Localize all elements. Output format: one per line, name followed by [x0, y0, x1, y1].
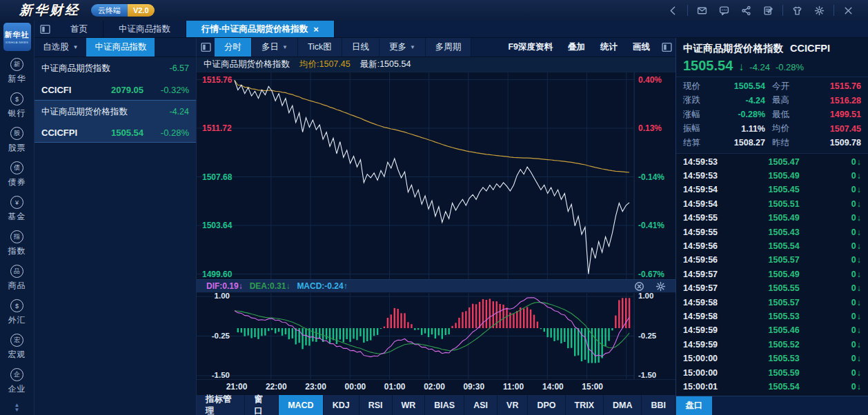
- sidebar-item-commodity[interactable]: 品商品: [8, 265, 26, 292]
- tool-link[interactable]: 画线: [625, 38, 658, 57]
- tool-link[interactable]: F9深度资料: [500, 38, 560, 57]
- sidebar-item-forex[interactable]: $外汇: [8, 299, 26, 326]
- quote-detail-row: 现价1505.54今开1515.76: [683, 79, 861, 94]
- nav-tab-item[interactable]: 首页: [55, 21, 103, 37]
- sidebar-item-funds[interactable]: ¥基金: [8, 196, 26, 223]
- logo-subtext: XINHUA NEWS: [6, 41, 29, 44]
- macd-header-bar: DIF:0.19↓ DEA:0.31↓ MACD:-0.24↑: [197, 279, 675, 293]
- indicator-tab-MACD[interactable]: MACD: [279, 395, 324, 415]
- cloud-version-badge[interactable]: 云终端 V2.0: [91, 4, 155, 17]
- quote-field-label: 均价: [772, 123, 801, 134]
- sidebar-item-enterprise[interactable]: 企企业: [8, 368, 26, 395]
- indicator-tab-BBI[interactable]: BBI: [642, 395, 675, 415]
- chat-icon[interactable]: [719, 6, 729, 16]
- tick-time: 14:59:58: [683, 312, 736, 321]
- close-icon[interactable]: [843, 6, 854, 16]
- watchlist-row-CCICFPI[interactable]: 中证商品期货价格指数-4.24CCICFPI1505.54-0.28%: [34, 100, 196, 143]
- tool-link[interactable]: 叠加: [560, 38, 593, 57]
- indicator-tab-VR[interactable]: VR: [497, 395, 528, 415]
- period-button-分时[interactable]: 分时: [215, 38, 252, 57]
- indicator-tab-BIAS[interactable]: BIAS: [425, 395, 464, 415]
- gear-icon[interactable]: [814, 6, 825, 16]
- version-badge-label: V2.0: [128, 4, 155, 17]
- quote-field-label: 昨结: [772, 137, 801, 149]
- nav-tab-item[interactable]: 中证商品指数: [103, 21, 186, 37]
- sidebar-scroll-arrows[interactable]: ▲▼: [14, 403, 20, 415]
- macro-icon: 宏: [10, 334, 23, 347]
- tab-pankou[interactable]: 盘口: [676, 396, 712, 415]
- watchlist-row-CCICFI[interactable]: 中证商品期货指数-6.57CCICFI2079.05-0.32%: [34, 57, 196, 100]
- indicator-tab-DPO[interactable]: DPO: [528, 395, 565, 415]
- tick-time: 15:00:00: [683, 354, 736, 363]
- indicator-tab-指标管理[interactable]: 指标管理: [197, 395, 245, 415]
- quote-collapse-icon[interactable]: [658, 38, 675, 57]
- sidebar-item-label: 宏观: [8, 349, 26, 361]
- macd-axis-tick: 1.00: [202, 292, 230, 300]
- period-button-多日[interactable]: 多日▼: [252, 38, 298, 57]
- quote-name: 中证商品期货价格指数: [683, 43, 783, 54]
- shirt-icon[interactable]: [792, 6, 802, 16]
- indicator-tab-DMA[interactable]: DMA: [604, 395, 642, 415]
- price-axis-tick: 1499.60: [202, 270, 232, 279]
- tool-link[interactable]: 统计: [593, 38, 625, 57]
- indicator-tab-TRIX[interactable]: TRIX: [566, 395, 604, 415]
- watchlist-tab[interactable]: 自选股▼: [34, 38, 86, 57]
- indicator-tab-WR[interactable]: WR: [393, 395, 426, 415]
- tick-down-arrow-icon: ↓: [857, 255, 861, 265]
- quote-bottom-bar: 盘口: [676, 396, 868, 415]
- tab-close-icon[interactable]: ×: [313, 24, 319, 34]
- indicator-tab-RSI[interactable]: RSI: [359, 395, 393, 415]
- period-button-Tick图[interactable]: Tick图: [298, 38, 342, 57]
- sidebar-item-bank[interactable]: $银行: [8, 92, 26, 119]
- quote-detail-cell: 涨跌-4.24: [683, 94, 772, 106]
- time-axis-tick: 15:00: [582, 382, 603, 392]
- quote-change-pct: -0.28%: [776, 62, 804, 72]
- tick-time: 14:59:53: [683, 171, 736, 181]
- quote-price-row: 1505.54 ↓ -4.24 -0.28%: [683, 58, 861, 74]
- indicator-tab-窗口[interactable]: 窗口: [245, 395, 279, 415]
- nav-tab-label: 首页: [70, 23, 88, 35]
- quote-field-value: -4.24: [712, 96, 772, 105]
- indicator-tab-ASI[interactable]: ASI: [464, 395, 497, 415]
- tick-down-arrow-icon: ↓: [857, 157, 861, 167]
- period-button-label: 分时: [224, 41, 241, 53]
- sidebar-item-stocks[interactable]: 股股票: [8, 127, 26, 154]
- instrument-pct: -0.28%: [153, 128, 189, 138]
- quote-field-label: 涨幅: [683, 109, 712, 121]
- period-button-日线[interactable]: 日线: [342, 38, 379, 57]
- topbar-icon-group: [659, 5, 687, 16]
- watchlist-collapse-icon[interactable]: [197, 38, 215, 57]
- tick-price: 1505.49: [736, 213, 836, 223]
- period-button-多周期[interactable]: 多周期: [426, 38, 472, 57]
- sidebar-item-bonds[interactable]: 债债券: [8, 161, 26, 188]
- brand-logo: 新华财经: [19, 1, 80, 19]
- chevron-left-icon[interactable]: [668, 6, 678, 16]
- tick-row: 14:59:591505.520↓: [683, 338, 861, 352]
- quote-detail-row: 涨幅-0.28%最低1499.51: [683, 108, 861, 122]
- sidebar-item-index[interactable]: 指指数: [8, 230, 26, 257]
- chart-toolbar: 分时多日▼Tick图日线更多▼多周期 F9深度资料叠加统计画线: [197, 38, 675, 57]
- sidebar-item-xinhua[interactable]: 新新华: [8, 58, 26, 85]
- tick-volume: 0: [836, 241, 856, 251]
- period-button-更多[interactable]: 更多▼: [379, 38, 426, 57]
- tick-time: 14:59:59: [683, 325, 736, 335]
- note-icon[interactable]: [763, 6, 773, 16]
- tick-volume: 0: [836, 368, 856, 378]
- nav-panel-toggle-icon[interactable]: [34, 21, 55, 37]
- macd-settings-gear-icon[interactable]: [655, 281, 666, 292]
- nav-tab-active[interactable]: 行情-中证商品期货价格指数×: [186, 21, 335, 37]
- indicator-tab-KDJ[interactable]: KDJ: [324, 395, 359, 415]
- share-icon[interactable]: [741, 6, 751, 16]
- percent-axis-tick: -0.67%: [638, 270, 664, 279]
- macd-close-icon[interactable]: [634, 281, 644, 292]
- intraday-price-chart[interactable]: 1515.761511.721507.681503.641499.60 0.40…: [197, 72, 675, 279]
- macd-indicator-chart[interactable]: 1.001.00-0.25-0.25-1.50-1.50: [197, 293, 675, 379]
- macd-axis-tick: -1.50: [202, 371, 230, 379]
- xinhua-agency-logo[interactable]: 新华社 XINHUA NEWS: [3, 23, 31, 51]
- time-and-sales-list[interactable]: 14:59:531505.470↓14:59:531505.490↓14:59:…: [676, 154, 868, 396]
- mail-icon[interactable]: [697, 6, 707, 16]
- time-axis-tick: 01:00: [384, 382, 406, 392]
- instrument-price: 2079.05: [111, 85, 144, 95]
- sidebar-item-macro[interactable]: 宏宏观: [8, 334, 26, 361]
- watchlist-tab[interactable]: 中证商品指数: [86, 38, 155, 57]
